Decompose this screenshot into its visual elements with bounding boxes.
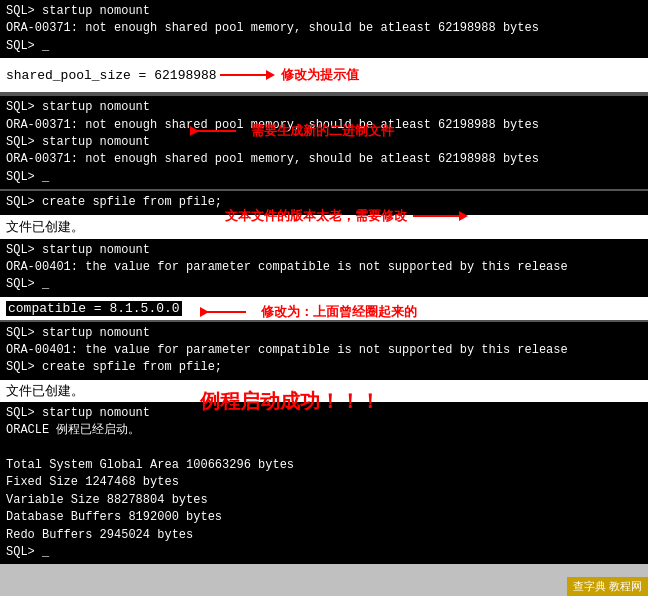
- terminal-1: SQL> startup nomount ORA-00371: not enou…: [0, 0, 648, 58]
- svg-marker-1: [266, 70, 275, 80]
- terminal-line: SQL> _: [6, 169, 642, 186]
- terminal-line: Total System Global Area 100663296 bytes: [6, 457, 642, 474]
- annotation-text-2: 需要生成新的二进制文件: [251, 122, 394, 140]
- success-text: 例程启动成功！！！: [200, 390, 380, 412]
- terminal-line: SQL> _: [6, 276, 642, 293]
- success-annotation: 例程启动成功！！！: [200, 388, 380, 415]
- terminal-line: Redo Buffers 2945024 bytes: [6, 527, 642, 544]
- annotation-3: 文本文件的版本太老，需要修改: [225, 207, 468, 225]
- edit-content-2: compatible = 8.1.5.0.0: [6, 301, 182, 316]
- svg-marker-7: [200, 307, 209, 317]
- terminal-line: Variable Size 88278804 bytes: [6, 492, 642, 509]
- terminal-line: Fixed Size 1247468 bytes: [6, 474, 642, 491]
- svg-marker-3: [190, 126, 199, 136]
- section5-block: SQL> startup nomount ORA-00401: the valu…: [0, 320, 648, 596]
- edit-content-1: shared_pool_size = 62198988: [6, 68, 217, 83]
- terminal-line: SQL> startup nomount: [6, 242, 642, 259]
- arrow-icon-2: [190, 123, 245, 139]
- terminal-2: SQL> startup nomount ORA-00371: not enou…: [0, 94, 648, 189]
- terminal-line: SQL> _: [6, 544, 642, 561]
- terminal-line: ORA-00401: the value for parameter compa…: [6, 259, 642, 276]
- svg-marker-5: [459, 211, 468, 221]
- terminal-line: SQL> _: [6, 38, 642, 55]
- annotation-4: 修改为：上面曾经圈起来的: [200, 303, 417, 321]
- terminal-line: Database Buffers 8192000 bytes: [6, 509, 642, 526]
- section3-block: SQL> create spfile from pfile; 文件已创建。 SQ…: [0, 189, 648, 297]
- arrow-icon-4: [200, 304, 255, 320]
- terminal-line: SQL> create spfile from pfile;: [6, 359, 642, 376]
- terminal-line: SQL> startup nomount: [6, 99, 642, 116]
- section2-block: SQL> startup nomount ORA-00371: not enou…: [0, 94, 648, 189]
- section1-block: SQL> startup nomount ORA-00371: not enou…: [0, 0, 648, 58]
- terminal-5: SQL> startup nomount ORA-00401: the valu…: [0, 320, 648, 380]
- annotation-1: 修改为提示值: [220, 66, 359, 84]
- annotation-text-4: 修改为：上面曾经圈起来的: [261, 303, 417, 321]
- terminal-6: SQL> startup nomount ORACLE 例程已经启动。 Tota…: [0, 402, 648, 565]
- terminal-line: ORA-00371: not enough shared pool memory…: [6, 20, 642, 37]
- terminal-line: [6, 440, 642, 457]
- terminal-line: ORA-00401: the value for parameter compa…: [6, 342, 642, 359]
- annotation-text-3: 文本文件的版本太老，需要修改: [225, 207, 407, 225]
- watermark: 查字典 教程网: [567, 577, 648, 596]
- edit-panel-2: compatible = 8.1.5.0.0 修改为：上面曾经圈起来的: [0, 297, 648, 320]
- terminal-line: ORACLE 例程已经启动。: [6, 422, 642, 439]
- terminal-line: SQL> startup nomount: [6, 3, 642, 20]
- terminal-line: SQL> startup nomount: [6, 325, 642, 342]
- edit-panel-1: shared_pool_size = 62198988 修改为提示值: [0, 58, 648, 94]
- annotation-text-1: 修改为提示值: [281, 66, 359, 84]
- main-container: SQL> startup nomount ORA-00371: not enou…: [0, 0, 648, 596]
- terminal-4: SQL> startup nomount ORA-00401: the valu…: [0, 239, 648, 297]
- arrow-icon-1: [220, 67, 275, 83]
- arrow-icon-3: [413, 208, 468, 224]
- annotation-2: 需要生成新的二进制文件: [190, 122, 394, 140]
- terminal-line: ORA-00371: not enough shared pool memory…: [6, 151, 642, 168]
